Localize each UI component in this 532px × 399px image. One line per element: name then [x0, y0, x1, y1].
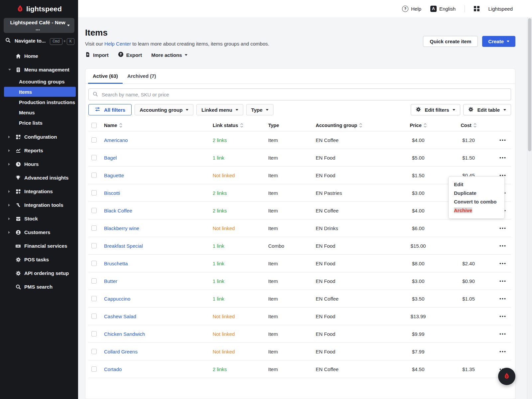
column-header-name[interactable]: Name	[104, 123, 213, 128]
item-name-link[interactable]: Baguette	[104, 173, 124, 178]
sort-icon[interactable]	[359, 123, 362, 128]
row-checkbox[interactable]	[91, 225, 97, 231]
sidebar-item-hours[interactable]: Hours	[0, 157, 78, 171]
item-name-link[interactable]: Cortado	[104, 366, 122, 372]
column-header-link-status[interactable]: Link status	[213, 123, 268, 128]
sidebar-item-configuration[interactable]: Configuration	[0, 130, 78, 144]
row-actions-kebab[interactable]	[499, 331, 506, 337]
row-checkbox[interactable]	[91, 190, 97, 196]
row-checkbox[interactable]	[91, 261, 97, 266]
sort-icon[interactable]	[474, 123, 477, 128]
sidebar-item-menu-management[interactable]: Menu management	[0, 63, 78, 76]
sidebar-item-home[interactable]: Home	[0, 49, 78, 63]
item-name-link[interactable]: Bruschetta	[104, 261, 128, 266]
sidebar-item-integration-tools[interactable]: Integration tools	[0, 198, 78, 212]
sidebar-item-integrations[interactable]: Integrations	[0, 185, 78, 198]
item-name-link[interactable]: Cashew Salad	[104, 314, 136, 319]
tab-archived-7[interactable]: Archived (7)	[123, 68, 161, 83]
select-all-checkbox[interactable]	[91, 123, 97, 128]
filter-dropdown-type[interactable]: Type	[246, 104, 273, 115]
row-actions-kebab[interactable]	[499, 278, 506, 284]
vertical-scrollbar[interactable]	[527, 17, 532, 399]
item-name-link[interactable]: Butter	[104, 278, 117, 284]
help-center-link[interactable]: Help Center	[104, 41, 131, 47]
sidebar-item-advanced-insights[interactable]: Advanced insights	[0, 171, 78, 185]
sidebar-item-customers[interactable]: Customers	[0, 225, 78, 239]
row-checkbox[interactable]	[91, 349, 97, 354]
sidebar-item-production-instructions[interactable]: Production instructions	[4, 97, 76, 107]
row-checkbox[interactable]	[91, 278, 97, 284]
item-name-link[interactable]: Bagel	[104, 155, 117, 161]
export-button[interactable]: Export	[118, 52, 142, 58]
search-input[interactable]	[101, 91, 507, 98]
edit-table-button[interactable]: Edit table	[463, 104, 511, 115]
column-label: Cost	[461, 123, 471, 128]
row-actions-kebab[interactable]	[499, 349, 506, 354]
row-actions-kebab[interactable]	[499, 137, 506, 143]
item-name-link[interactable]: Americano	[104, 137, 128, 143]
filter-dropdown-accounting-group[interactable]: Accounting group	[135, 104, 193, 115]
row-actions-kebab[interactable]	[499, 243, 506, 249]
help-menu[interactable]: ? Help	[402, 6, 421, 12]
column-header-price[interactable]: Price	[391, 123, 445, 128]
cell-price: $4.50	[391, 366, 445, 372]
apps-grid-icon[interactable]	[474, 6, 479, 12]
cell-name: Collard Greens	[104, 349, 213, 354]
support-launcher-button[interactable]	[498, 368, 515, 385]
sort-icon[interactable]	[424, 123, 427, 128]
row-checkbox[interactable]	[91, 243, 97, 248]
row-actions-kebab[interactable]	[499, 296, 506, 302]
item-name-link[interactable]: Cappuccino	[104, 296, 130, 302]
sort-icon[interactable]	[119, 123, 122, 128]
row-actions-kebab[interactable]	[499, 314, 506, 319]
context-menu-item-duplicate[interactable]: Duplicate	[449, 189, 504, 198]
sidebar-item-price-lists[interactable]: Price lists	[4, 118, 76, 128]
sidebar-item-financial-services[interactable]: Financial services	[0, 239, 78, 253]
column-header-type[interactable]: Type	[268, 123, 316, 128]
filter-dropdown-linked-menu[interactable]: Linked menu	[196, 104, 243, 115]
scrollbar-thumb[interactable]	[528, 18, 531, 151]
sidebar-item-accounting-groups[interactable]: Accounting groups	[4, 76, 76, 86]
import-button[interactable]: Import	[85, 52, 109, 58]
column-header-cost[interactable]: Cost	[445, 123, 492, 128]
row-checkbox[interactable]	[91, 331, 97, 336]
more-actions-button[interactable]: More actions	[151, 52, 187, 58]
context-menu-item-archive[interactable]: Archive	[449, 206, 504, 215]
navigate-to-search[interactable]: Navigate to... Cmd+K	[5, 38, 74, 44]
item-name-link[interactable]: Biscotti	[104, 190, 120, 196]
row-checkbox[interactable]	[91, 137, 97, 143]
row-checkbox[interactable]	[91, 296, 97, 301]
sidebar-item-reports[interactable]: Reports	[0, 144, 78, 157]
row-actions-kebab[interactable]	[499, 225, 506, 231]
create-button[interactable]: Create	[482, 36, 515, 47]
tab-active-63[interactable]: Active (63)	[88, 68, 123, 83]
item-name-link[interactable]: Breakfast Special	[104, 243, 143, 249]
context-menu-item-convert-to-combo[interactable]: Convert to combo	[449, 198, 504, 206]
column-header-accounting-group[interactable]: Accounting group	[316, 123, 391, 128]
row-checkbox[interactable]	[91, 208, 97, 213]
row-checkbox[interactable]	[91, 366, 97, 372]
sidebar-item-stock[interactable]: Stock	[0, 212, 78, 225]
row-actions-kebab[interactable]	[499, 155, 506, 161]
item-name-link[interactable]: Black Coffee	[104, 208, 132, 213]
sidebar-item-api-ordering-setup[interactable]: API ordering setup	[0, 266, 78, 280]
context-menu-item-edit[interactable]: Edit	[449, 180, 504, 189]
venue-selector[interactable]: Lightspeed Café - New ...	[4, 18, 74, 33]
row-checkbox[interactable]	[91, 155, 97, 160]
sidebar-item-items[interactable]: Items	[4, 87, 76, 97]
edit-filters-button[interactable]: Edit filters	[411, 104, 460, 115]
quick-create-item-button[interactable]: Quick create item	[423, 36, 478, 47]
row-checkbox[interactable]	[91, 314, 97, 319]
sidebar-item-pms-search[interactable]: PMS search	[0, 280, 78, 294]
account-menu[interactable]: Lightspeed	[488, 6, 513, 12]
item-name-link[interactable]: Collard Greens	[104, 349, 138, 354]
item-name-link[interactable]: Chicken Sandwich	[104, 331, 145, 337]
language-menu[interactable]: A English	[430, 6, 456, 12]
row-checkbox[interactable]	[91, 173, 97, 178]
sidebar-item-menus[interactable]: Menus	[4, 107, 76, 117]
sort-icon[interactable]	[240, 123, 243, 128]
sidebar-item-pos-tasks[interactable]: POS tasks	[0, 253, 78, 266]
row-actions-kebab[interactable]	[499, 261, 506, 266]
all-filters-button[interactable]: All filters	[88, 104, 132, 115]
item-name-link[interactable]: Blackberry wine	[104, 225, 139, 231]
